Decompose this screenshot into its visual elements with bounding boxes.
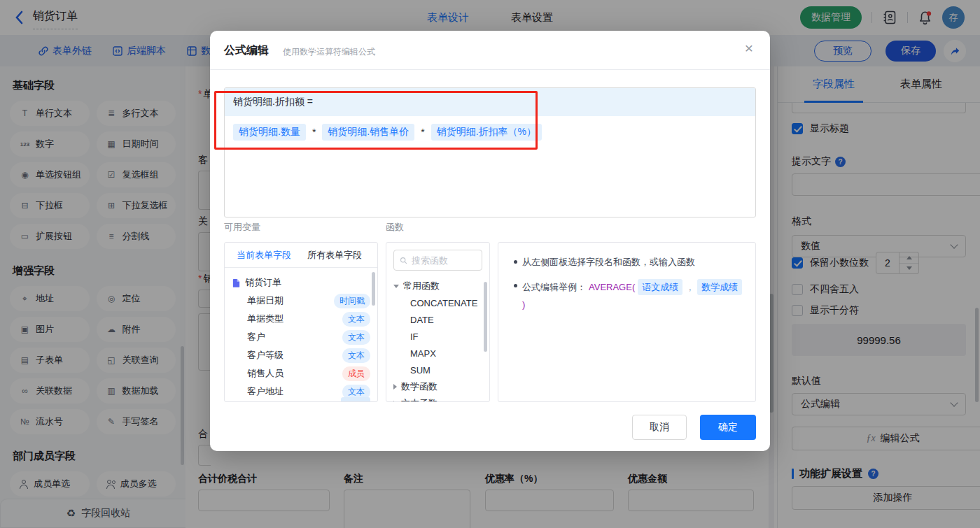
functions-panel-label: 函数 [386,221,404,234]
group-common-functions[interactable]: 常用函数 [386,278,489,294]
variable-row[interactable]: 客户文本 [225,328,377,346]
form-name: 销货订单 [245,276,281,289]
dialog-subtitle: 使用数学运算符编辑公式 [283,46,375,58]
hint-prefix: 公式编辑举例： [522,280,586,294]
formula-editor-dialog: 公式编辑 使用数学运算符编辑公式 × 销货明细.折扣额 = 销货明细.数量 * … [210,31,770,451]
variables-tabs: 当前表单字段 所有表单字段 [225,243,377,268]
example-field-token: 数学成绩 [697,279,742,295]
chevron-down-icon [393,285,399,288]
type-tag: 成员 [342,366,370,381]
variables-panel: 当前表单字段 所有表单字段 销货订单 单据日期时间戳 单据类型文本 客户文本 客… [224,242,378,402]
multiply-operator: * [312,127,316,138]
function-item[interactable]: IF [386,328,489,345]
dialog-title: 公式编辑 [224,43,269,58]
variables-tree: 销货订单 单据日期时间戳 单据类型文本 客户文本 客户等级文本 销售人员成员 客… [225,268,377,401]
group-text-functions[interactable]: 文本函数 [386,395,489,402]
chevron-right-icon [393,401,397,402]
search-icon [400,256,407,265]
function-close: ) [522,298,525,311]
document-icon [232,278,241,287]
field-token[interactable]: 销货明细.销售单价 [322,124,414,141]
example-field-token: 语文成绩 [638,279,682,295]
type-tag: 文本 [342,348,370,363]
close-icon[interactable]: × [745,41,753,55]
chevron-right-icon [393,384,397,390]
variables-scrollbar[interactable] [372,272,375,306]
form-node[interactable]: 销货订单 [225,273,377,292]
field-token[interactable]: 销货明细.数量 [233,124,306,141]
field-token[interactable]: 销货明细.折扣率（%） [431,124,542,141]
confirm-button[interactable]: 确定 [700,415,756,440]
type-tag: 文本 [342,312,370,327]
variable-row[interactable]: 客户等级文本 [225,346,377,364]
tab-all-form-fields[interactable]: 所有表单字段 [307,249,362,262]
variable-row[interactable]: 单据日期时间戳 [225,292,377,310]
variable-row[interactable]: 销售人员成员 [225,364,377,383]
type-tag: 时间戳 [334,294,370,308]
variables-panel-label: 可用变量 [224,221,260,234]
function-item[interactable]: DATE [386,311,489,328]
group-math-functions[interactable]: 数学函数 [386,378,489,395]
comma: ， [685,280,694,294]
functions-panel: 常用函数 CONCATENATE DATE IF MAPX SUM 数学函数 文… [386,242,490,402]
function-search[interactable] [393,250,482,271]
function-name: AVERAGE( [589,280,635,294]
function-search-input[interactable] [412,255,476,266]
divider [210,69,770,70]
multiply-operator: * [421,127,424,138]
functions-scrollbar[interactable] [484,282,487,352]
formula-editor[interactable]: 销货明细.折扣额 = 销货明细.数量 * 销货明细.销售单价 * 销货明细.折扣… [224,87,756,217]
function-tree: 常用函数 CONCATENATE DATE IF MAPX SUM 数学函数 文… [386,278,489,402]
tab-current-form-fields[interactable]: 当前表单字段 [237,249,291,262]
type-tag: 文本 [342,330,370,345]
hint-line-1: 从左侧面板选择字段名和函数，或输入函数 [511,255,743,269]
variable-row[interactable]: 单据类型文本 [225,310,377,328]
cancel-button[interactable]: 取消 [632,415,687,440]
hint-line-2: 公式编辑举例： AVERAGE( 语文成绩 ， 数学成绩 ) [511,279,743,311]
clipped-tag [341,397,370,401]
formula-target: 销货明细.折扣额 = [225,88,755,116]
function-item[interactable]: SUM [386,362,489,378]
app: 销货订单 表单设计 表单设置 数据管理 存 表单外链 后端脚本 [0,0,980,528]
function-item[interactable]: CONCATENATE [386,294,489,311]
hints-panel: 从左侧面板选择字段名和函数，或输入函数 公式编辑举例： AVERAGE( 语文成… [498,242,756,402]
formula-expression: 销货明细.数量 * 销货明细.销售单价 * 销货明细.折扣率（%） [225,116,755,148]
function-item[interactable]: MAPX [386,345,489,362]
